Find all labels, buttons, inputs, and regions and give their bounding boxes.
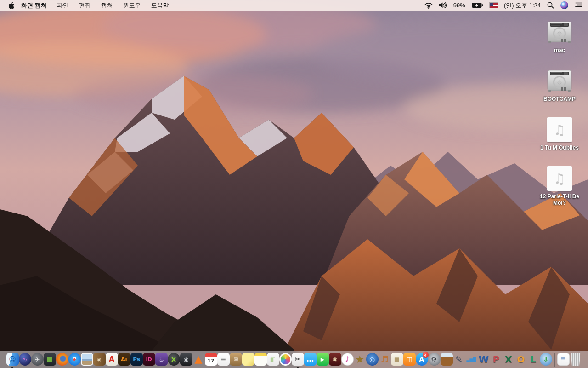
desktop-icon-1-tu-m-oublies[interactable]: ♫1 Tu M'Oublies	[540, 117, 579, 151]
app-menu-title[interactable]: 화면 캡처	[21, 1, 47, 10]
dock-item-archive-box-app[interactable]: ✉	[230, 353, 242, 368]
menu-window[interactable]: 윈도우	[123, 1, 141, 10]
system-preferences-glyph: ⚙	[431, 356, 437, 363]
dock-item-x-media-app[interactable]: X	[168, 353, 180, 368]
desktop-icon-label: BOOTCAMP	[543, 96, 576, 102]
dock-item-photo-booth[interactable]: ◉	[329, 353, 341, 368]
dock-item-ms-word[interactable]: W	[478, 353, 490, 368]
dock-item-ms-outlook[interactable]: O	[515, 353, 527, 368]
dock-item-app-store[interactable]: A4	[416, 353, 428, 368]
toast-burner-icon: ♨	[155, 353, 168, 366]
volume-icon[interactable]	[439, 2, 447, 8]
menu-bar-clock[interactable]: (일) 오후 1:24	[504, 1, 541, 10]
dock-item-numbers[interactable]: ▂▅▇	[465, 353, 478, 368]
dock-item-disk-tool-app[interactable]: ◉	[180, 353, 192, 368]
dock-item-downloader-globe[interactable]: ⇩	[540, 353, 552, 368]
pages-icon: ✎	[453, 353, 465, 366]
apple-menu-icon[interactable]	[6, 2, 21, 9]
music-note-icon: ♫	[547, 166, 572, 191]
spotlight-icon[interactable]	[547, 2, 554, 9]
reminders-icon: ≡	[217, 353, 230, 366]
illustrator-glyph: Ai	[121, 356, 127, 362]
dock-item-siri[interactable]: ∿	[19, 353, 31, 368]
vlc-icon: ▲	[192, 353, 205, 366]
photoshop-icon: Ps	[130, 353, 143, 366]
dock-item-preview[interactable]	[81, 353, 93, 368]
dock-item-indesign[interactable]: ID	[143, 353, 155, 368]
ibooks-icon: ◫	[403, 353, 416, 366]
dock-item-safari[interactable]: ◆	[68, 353, 81, 368]
dock-item-facetime[interactable]: ▶	[317, 353, 329, 368]
dock-item-contacts[interactable]: ◉	[93, 353, 106, 368]
dock-item-ibooks[interactable]: ◫	[403, 353, 416, 368]
photo-booth-icon: ◉	[329, 353, 341, 366]
dock-item-firefox[interactable]	[56, 353, 68, 368]
dock-item-launchpad[interactable]: ✈	[31, 353, 44, 368]
photos-icon	[279, 353, 292, 366]
dock-item-photoshop[interactable]: Ps	[130, 353, 143, 368]
dock-item-ms-lync[interactable]: L	[527, 353, 540, 368]
siri-glyph: ∿	[23, 356, 28, 362]
dock-item-trash-full[interactable]	[570, 353, 582, 368]
menu-capture[interactable]: 캡처	[101, 1, 113, 10]
dock-item-toast-burner[interactable]: ♨	[155, 353, 168, 368]
x-media-app-icon: X	[168, 353, 180, 366]
photoshop-glyph: Ps	[133, 356, 140, 362]
dock-item-calendar[interactable]: 17	[205, 353, 217, 368]
menu-help[interactable]: 도움말	[151, 1, 169, 10]
contacts-glyph: ◉	[97, 357, 102, 362]
dock-item-finder[interactable]: ☺	[6, 353, 19, 368]
dock-item-ms-excel[interactable]: X	[503, 353, 515, 368]
desktop-icon-label: 12 Parle-T-Il De Moi?	[536, 193, 583, 206]
garageband-glyph: ♬	[380, 355, 389, 364]
dock-item-photos[interactable]	[279, 353, 292, 368]
dock-item-garageband[interactable]: ♬	[379, 353, 391, 368]
dock-item-itunes[interactable]: ♪	[341, 353, 354, 368]
dock-item-clippings-app[interactable]: ▤	[391, 353, 403, 368]
ms-excel-glyph: X	[505, 355, 512, 364]
dock-item-screen-capture-grab[interactable]: ✂	[292, 353, 304, 368]
dock-item-reminders[interactable]: ≡	[217, 353, 230, 368]
firefox-icon	[56, 353, 68, 366]
messages-icon: …	[304, 353, 317, 366]
dvd-video-app-icon: ◎	[366, 353, 379, 366]
dock-item-system-preferences[interactable]: ⚙	[428, 353, 441, 368]
desktop-icon-bootcamp[interactable]: BOOTCAMP	[543, 68, 576, 102]
ms-excel-icon: X	[503, 353, 515, 366]
contacts-icon: ◉	[93, 353, 106, 366]
dock-item-pages[interactable]: ✎	[453, 353, 465, 368]
us-flag-input-icon[interactable]	[490, 3, 498, 8]
pages-glyph: ✎	[455, 355, 463, 364]
hard-drive-icon	[547, 70, 572, 92]
dock-item-ms-powerpoint[interactable]: P	[490, 353, 503, 368]
dock-item-vlc[interactable]: ▲	[192, 353, 205, 368]
vlc-glyph: ▲	[195, 354, 203, 364]
desktop-icon-12-parle-t-il-de-moi-[interactable]: ♫12 Parle-T-Il De Moi?	[536, 166, 583, 206]
siri-icon[interactable]	[560, 1, 568, 9]
dock-item-dvd-video-app[interactable]: ◎	[366, 353, 379, 368]
keynote-icon	[441, 353, 453, 366]
x-media-app-glyph: X	[171, 356, 176, 362]
ms-powerpoint-icon: P	[490, 353, 503, 366]
notification-center-icon[interactable]	[575, 2, 582, 9]
downloader-globe-glyph: ⇩	[543, 356, 548, 362]
dock-item-acrobat-reader[interactable]: A	[106, 353, 118, 368]
dock-item-keynote[interactable]	[441, 353, 453, 368]
desktop-icon-mac[interactable]: mac	[547, 19, 572, 53]
desktop-icon-label: 1 Tu M'Oublies	[540, 144, 579, 151]
dock-item-document-file[interactable]: ▤	[557, 353, 570, 368]
wifi-icon[interactable]	[424, 2, 433, 9]
facetime-glyph: ▶	[321, 357, 324, 362]
stickies-icon	[242, 353, 254, 366]
dock-item-illustrator[interactable]: Ai	[118, 353, 130, 368]
menu-file[interactable]: 파일	[57, 1, 69, 10]
dock-item-templates-app[interactable]: ▥	[267, 353, 279, 368]
battery-charging-icon[interactable]	[472, 2, 483, 8]
dock-item-mission-control[interactable]: ▦	[44, 353, 56, 368]
menu-edit[interactable]: 편집	[79, 1, 91, 10]
dock-item-imovie-star[interactable]: ★	[354, 353, 366, 368]
dock-item-messages[interactable]: …	[304, 353, 317, 368]
dock-item-stickies[interactable]	[242, 353, 254, 368]
dock-item-notes[interactable]	[254, 353, 267, 368]
ibooks-glyph: ◫	[406, 356, 412, 362]
